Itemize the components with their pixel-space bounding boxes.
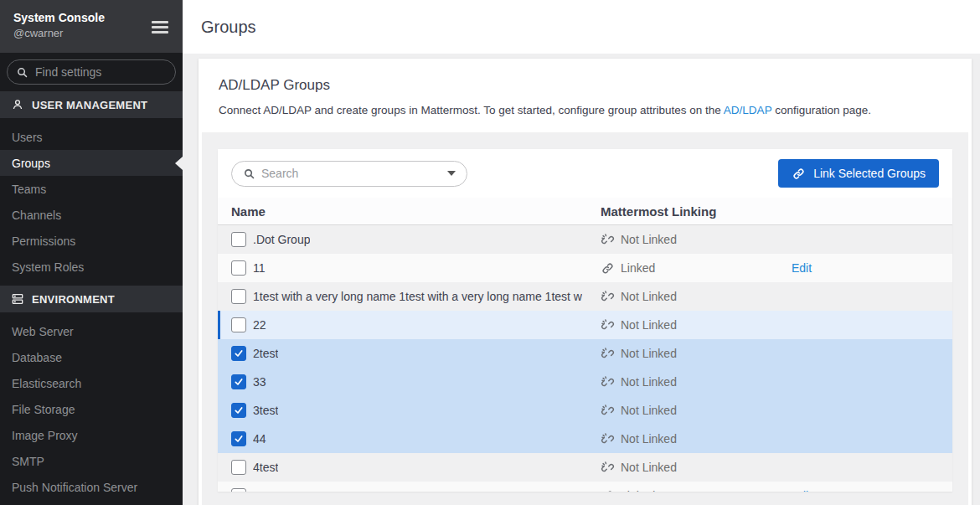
sidebar-item-users[interactable]: Users (0, 124, 183, 150)
table-row[interactable]: 2test Not Linked (218, 339, 952, 368)
link-selected-groups-button[interactable]: Link Selected Groups (778, 159, 939, 188)
link-status: Not Linked (621, 347, 677, 360)
sidebar-item-database[interactable]: Database (0, 344, 183, 370)
row-checkbox[interactable] (231, 403, 246, 418)
link-status: Not Linked (621, 318, 677, 332)
unlink-icon (601, 347, 615, 361)
table-row[interactable]: 4test Not Linked (218, 453, 952, 482)
menu-icon[interactable] (152, 21, 168, 36)
group-name: .Dot Group (253, 233, 310, 246)
content-area: AD/LDAP Groups Connect AD/LDAP and creat… (183, 54, 980, 505)
sidebar-item-elasticsearch[interactable]: Elasticsearch (0, 370, 183, 396)
environment-icon (11, 292, 24, 306)
groups-card: AD/LDAP Groups Connect AD/LDAP and creat… (199, 59, 972, 505)
link-icon (601, 489, 615, 492)
unlink-icon (601, 233, 615, 247)
unlink-icon (601, 432, 615, 446)
group-search-input[interactable] (261, 167, 447, 180)
card-head: AD/LDAP Groups Connect AD/LDAP and creat… (199, 59, 972, 132)
card-body: Link Selected Groups Name Mattermost Lin… (202, 132, 968, 505)
card-title: AD/LDAP Groups (219, 75, 952, 95)
table-row[interactable]: 44 Not Linked (218, 425, 952, 453)
sidebar-section-header[interactable]: USER MANAGEMENT (0, 91, 183, 118)
link-icon (601, 261, 615, 276)
group-name: 44 (253, 432, 266, 446)
sidebar-search[interactable] (7, 59, 176, 85)
sidebar-section: USER MANAGEMENT UsersGroupsTeamsChannels… (0, 91, 183, 280)
row-checkbox[interactable] (231, 374, 246, 389)
sidebar-item-permissions[interactable]: Permissions (0, 228, 183, 254)
group-name: 4test (253, 461, 278, 474)
caret-down-icon[interactable] (447, 171, 456, 176)
search-icon (243, 167, 255, 180)
edit-link[interactable]: Edit (792, 489, 812, 492)
sidebar-item-groups[interactable]: Groups (0, 150, 183, 176)
table-body: .Dot Group Not Linked 11 Linked Edit 1te… (218, 225, 952, 492)
link-status: Not Linked (621, 233, 677, 246)
unlink-icon (601, 318, 615, 332)
link-status: Not Linked (621, 290, 677, 303)
card-description: Connect AD/LDAP and create groups in Mat… (219, 102, 952, 119)
row-checkbox[interactable] (231, 260, 246, 276)
unlink-icon (601, 404, 615, 418)
group-name: 55 (253, 489, 266, 492)
row-checkbox[interactable] (231, 317, 246, 332)
group-name: 2test (253, 347, 278, 360)
sidebar-item-file-storage[interactable]: File Storage (0, 396, 183, 422)
unlink-icon (601, 375, 615, 389)
page-title: Groups (201, 18, 256, 37)
app-title: System Console (13, 9, 169, 26)
table-row[interactable]: 22 Not Linked (218, 311, 952, 339)
sidebar: System Console @cwarner USER MANAGEMENT … (0, 0, 183, 505)
user-management-icon (11, 98, 24, 111)
row-checkbox[interactable] (231, 460, 246, 475)
row-checkbox[interactable] (231, 232, 246, 247)
current-user: @cwarner (13, 26, 169, 41)
table-row[interactable]: .Dot Group Not Linked (218, 225, 952, 254)
link-status: Not Linked (621, 404, 677, 417)
link-status: Not Linked (621, 461, 677, 474)
find-settings-input[interactable] (35, 65, 161, 79)
link-icon (792, 167, 806, 181)
toolbar: Link Selected Groups (218, 149, 952, 198)
unlink-icon (601, 461, 615, 475)
link-status: Linked (621, 489, 655, 492)
row-checkbox[interactable] (231, 431, 246, 446)
groups-panel: Link Selected Groups Name Mattermost Lin… (218, 149, 952, 492)
sidebar-section: ENVIRONMENT Web ServerDatabaseElasticsea… (0, 286, 183, 500)
row-checkbox[interactable] (231, 346, 246, 361)
table-row[interactable]: 3test Not Linked (218, 396, 952, 425)
group-name: 11 (253, 261, 266, 275)
group-search[interactable] (231, 161, 467, 187)
sidebar-item-image-proxy[interactable]: Image Proxy (0, 422, 183, 448)
table-row[interactable]: 1test with a very long name 1test with a… (218, 282, 952, 311)
link-status: Linked (621, 261, 655, 275)
sidebar-item-channels[interactable]: Channels (0, 202, 183, 228)
sidebar-item-push-notification-server[interactable]: Push Notification Server (0, 474, 183, 500)
group-name: 33 (253, 375, 266, 389)
sidebar-item-system-roles[interactable]: System Roles (0, 254, 183, 280)
column-name: Name (231, 204, 601, 219)
group-name: 1test with a very long name 1test with a… (253, 290, 582, 303)
sidebar-item-teams[interactable]: Teams (0, 176, 183, 202)
sidebar-header: System Console @cwarner (0, 0, 183, 53)
link-status: Not Linked (621, 432, 677, 446)
sidebar-section-header[interactable]: ENVIRONMENT (0, 286, 183, 312)
group-name: 3test (253, 404, 278, 417)
link-status: Not Linked (621, 375, 677, 389)
table-row[interactable]: 33 Not Linked (218, 368, 952, 396)
edit-link[interactable]: Edit (792, 261, 812, 275)
unlink-icon (601, 290, 615, 304)
table-row[interactable]: 11 Linked Edit (218, 254, 952, 282)
sidebar-item-smtp[interactable]: SMTP (0, 448, 183, 474)
sidebar-nav: USER MANAGEMENT UsersGroupsTeamsChannels… (0, 91, 183, 500)
row-checkbox[interactable] (231, 488, 246, 492)
sidebar-item-web-server[interactable]: Web Server (0, 318, 183, 344)
search-icon (16, 66, 28, 79)
adldap-link[interactable]: AD/LDAP (724, 104, 772, 116)
main-area: Groups AD/LDAP Groups Connect AD/LDAP an… (183, 0, 980, 505)
row-checkbox[interactable] (231, 289, 246, 304)
table-row[interactable]: 55 Linked Edit (218, 482, 952, 492)
page-header: Groups (183, 0, 980, 54)
column-mattermost-linking: Mattermost Linking (601, 204, 792, 219)
